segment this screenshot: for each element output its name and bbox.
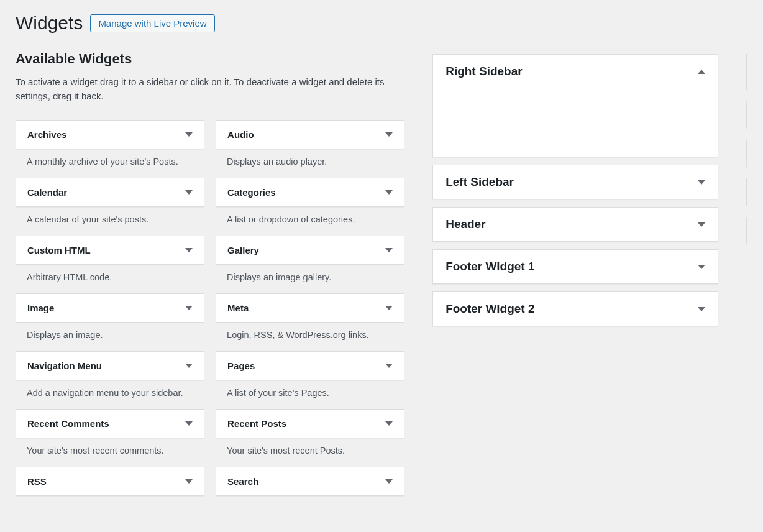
widget-box[interactable]: Audio	[216, 120, 404, 149]
widget-box[interactable]: Archives	[16, 120, 204, 149]
available-widget: Recent PostsYour site's most recent Post…	[216, 409, 404, 459]
chevron-down-icon[interactable]	[385, 479, 393, 484]
page-title: Widgets	[16, 12, 83, 34]
sidebar-area-title: Right Sidebar	[445, 65, 523, 78]
available-widget: Search	[216, 467, 404, 496]
sidebar-stub[interactable]	[746, 140, 747, 167]
sidebar-area[interactable]: Left Sidebar	[432, 165, 718, 200]
chevron-down-icon[interactable]	[185, 190, 193, 195]
widget-description: A calendar of your site's posts.	[16, 207, 204, 228]
sidebar-stub[interactable]	[746, 54, 747, 90]
widget-box[interactable]: Pages	[216, 351, 404, 380]
widget-description: A list or dropdown of categories.	[216, 207, 404, 228]
widget-box[interactable]: Custom HTML	[16, 236, 204, 265]
sidebar-area-header[interactable]: Header	[433, 208, 718, 241]
available-widget: ArchivesA monthly archive of your site's…	[16, 120, 204, 170]
sidebar-area-header[interactable]: Right Sidebar	[433, 55, 718, 88]
chevron-down-icon[interactable]	[698, 180, 705, 185]
chevron-down-icon[interactable]	[698, 307, 705, 311]
available-widgets-heading: Available Widgets	[16, 51, 404, 67]
chevron-down-icon[interactable]	[185, 364, 193, 368]
widget-box[interactable]: Categories	[216, 178, 404, 207]
widget-box[interactable]: Search	[216, 467, 404, 496]
widget-description: Login, RSS, & WordPress.org links.	[216, 323, 404, 344]
available-widgets-column: Available Widgets To activate a widget d…	[16, 51, 404, 496]
widget-name: Meta	[227, 303, 249, 313]
available-widget: CategoriesA list or dropdown of categori…	[216, 178, 404, 228]
sidebar-area-title: Footer Widget 1	[445, 260, 534, 273]
available-widget: RSS	[16, 467, 204, 496]
chevron-down-icon[interactable]	[185, 479, 193, 484]
widget-description: Add a navigation menu to your sidebar.	[16, 380, 204, 401]
available-widget: Recent CommentsYour site's most recent c…	[16, 409, 204, 459]
available-widget: ImageDisplays an image.	[16, 293, 204, 344]
widget-box[interactable]: Navigation Menu	[16, 351, 204, 380]
widget-box[interactable]: Meta	[216, 293, 404, 323]
sidebar-area-header[interactable]: Footer Widget 1	[433, 250, 718, 283]
widget-name: Search	[227, 476, 258, 487]
available-widget: Navigation MenuAdd a navigation menu to …	[16, 351, 204, 401]
sidebar-area-header[interactable]: Left Sidebar	[433, 165, 718, 199]
widget-name: RSS	[27, 476, 47, 487]
widget-name: Recent Comments	[27, 418, 109, 429]
widget-description: Displays an audio player.	[216, 149, 404, 170]
available-widget: GalleryDisplays an image gallery.	[216, 236, 404, 286]
available-widget: MetaLogin, RSS, & WordPress.org links.	[216, 293, 404, 344]
sidebar-areas-column: Right SidebarLeft SidebarHeaderFooter Wi…	[432, 51, 718, 496]
chevron-down-icon[interactable]	[185, 421, 193, 426]
available-widgets-description: To activate a widget drag it to a sideba…	[16, 75, 404, 104]
widget-box[interactable]: Calendar	[16, 178, 204, 207]
chevron-up-icon[interactable]	[698, 70, 705, 74]
widget-name: Pages	[227, 360, 255, 371]
widget-name: Calendar	[27, 187, 67, 198]
widget-name: Categories	[227, 187, 276, 198]
widget-box[interactable]: Image	[16, 293, 204, 323]
widget-description: A list of your site's Pages.	[216, 380, 404, 401]
widget-description: Your site's most recent Posts.	[216, 438, 404, 459]
widget-description: Your site's most recent comments.	[16, 438, 204, 459]
widget-description: Displays an image.	[16, 323, 204, 344]
sidebar-area-title: Footer Widget 2	[445, 302, 534, 316]
sidebar-area[interactable]: Header	[432, 207, 718, 242]
widget-name: Custom HTML	[27, 245, 91, 255]
widget-box[interactable]: RSS	[16, 467, 204, 496]
widget-name: Recent Posts	[227, 418, 286, 429]
widget-name: Image	[27, 303, 54, 313]
sidebar-area[interactable]: Footer Widget 1	[432, 249, 718, 284]
available-widget: PagesA list of your site's Pages.	[216, 351, 404, 401]
sidebar-area-title: Header	[445, 218, 485, 231]
widget-description: Arbitrary HTML code.	[16, 265, 204, 286]
sidebar-stub[interactable]	[746, 101, 747, 129]
manage-live-preview-button[interactable]: Manage with Live Preview	[90, 14, 214, 32]
sidebar-stub[interactable]	[746, 217, 747, 244]
sidebar-area-title: Left Sidebar	[445, 175, 514, 189]
widget-name: Archives	[27, 129, 66, 140]
widget-box[interactable]: Recent Posts	[216, 409, 404, 438]
chevron-down-icon[interactable]	[385, 421, 393, 426]
widget-name: Gallery	[227, 245, 259, 255]
extra-sidebar-column	[746, 51, 747, 496]
chevron-down-icon[interactable]	[385, 306, 393, 310]
available-widget: Custom HTMLArbitrary HTML code.	[16, 236, 204, 286]
sidebar-area-header[interactable]: Footer Widget 2	[433, 292, 718, 326]
widget-description: Displays an image gallery.	[216, 265, 404, 286]
chevron-down-icon[interactable]	[385, 248, 393, 252]
widget-box[interactable]: Gallery	[216, 236, 404, 265]
available-widget: AudioDisplays an audio player.	[216, 120, 404, 170]
chevron-down-icon[interactable]	[385, 132, 393, 137]
sidebar-area[interactable]: Right Sidebar	[432, 54, 718, 157]
sidebar-stub[interactable]	[746, 178, 747, 206]
chevron-down-icon[interactable]	[385, 190, 393, 195]
chevron-down-icon[interactable]	[185, 306, 193, 310]
chevron-down-icon[interactable]	[385, 364, 393, 368]
chevron-down-icon[interactable]	[698, 265, 705, 269]
chevron-down-icon[interactable]	[698, 222, 705, 227]
chevron-down-icon[interactable]	[185, 132, 193, 137]
sidebar-area[interactable]: Footer Widget 2	[432, 291, 718, 326]
widget-box[interactable]: Recent Comments	[16, 409, 204, 438]
widget-name: Navigation Menu	[27, 360, 102, 371]
widget-description: A monthly archive of your site's Posts.	[16, 149, 204, 170]
chevron-down-icon[interactable]	[185, 248, 193, 252]
widget-name: Audio	[227, 129, 254, 140]
available-widget: CalendarA calendar of your site's posts.	[16, 178, 204, 228]
